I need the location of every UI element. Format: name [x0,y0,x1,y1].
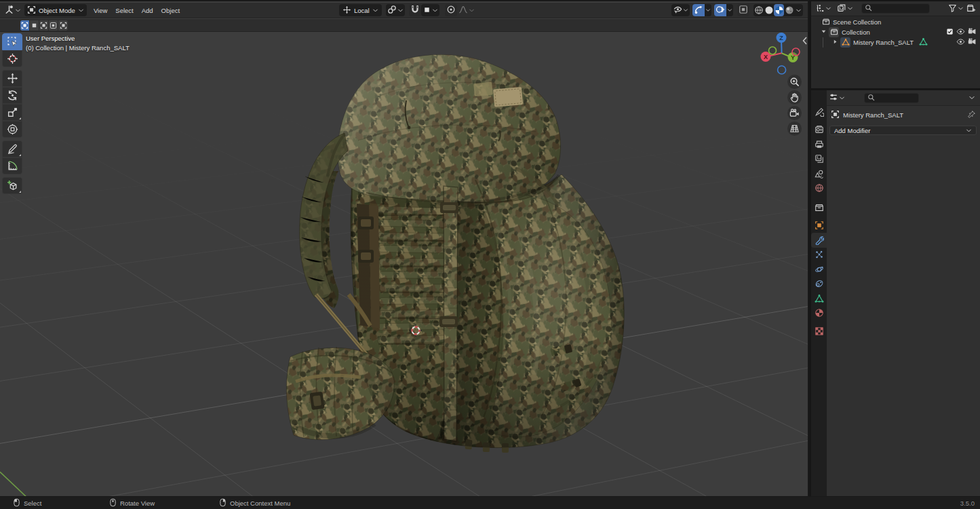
tab-material[interactable] [811,306,827,321]
shading-rendered-button[interactable] [784,4,794,16]
xray-toggle[interactable] [737,4,749,16]
tab-physics[interactable] [811,262,827,277]
outliner-editor-type-dropdown[interactable] [814,3,833,15]
properties-search-input[interactable] [877,94,916,102]
tool-select-box[interactable] [2,33,22,50]
outliner-row-scene-collection[interactable]: Scene Collection [811,17,980,27]
tab-scene[interactable] [811,166,827,181]
tool-scale[interactable] [2,104,22,121]
outliner-row-collection[interactable]: Collection [811,27,980,37]
tool-measure[interactable] [2,157,22,174]
outliner-row-object[interactable]: Mistery Ranch_SALT [811,37,980,48]
xray-icon [739,5,748,16]
outliner-filter-dropdown[interactable] [947,3,965,15]
tab-render[interactable] [811,123,827,138]
select-mode-set[interactable] [20,20,30,31]
shading-material-preview-button[interactable] [774,4,784,16]
proportional-falloff-dropdown[interactable] [457,4,476,16]
blender-version: 3.5.0 [960,499,975,507]
menu-add[interactable]: Add [138,4,157,16]
object-type-visibility-dropdown[interactable] [671,4,690,16]
tab-object[interactable] [811,219,827,233]
tab-data[interactable] [811,291,827,306]
snap-increment-icon [423,5,431,16]
tab-world[interactable] [811,181,827,196]
overlays-settings-dropdown[interactable] [726,4,733,16]
tool-cursor[interactable] [2,50,22,67]
outliner-search-input[interactable] [874,5,926,12]
mode-dropdown[interactable]: Object Mode [24,4,87,16]
viewport-header: Object Mode View Select Add Object Local [0,3,808,18]
object-hide-eye-icon[interactable] [956,37,965,48]
tool-annotate[interactable] [2,140,22,157]
tool-transform[interactable] [2,121,22,138]
snap-settings-dropdown[interactable] [421,4,439,16]
zoom-view-button[interactable] [787,75,802,89]
shading-solid-button[interactable] [764,4,774,16]
proportional-editing-icon [446,5,456,16]
properties-search[interactable] [864,93,919,103]
mesh-data-icon [919,37,928,48]
camera-view-button[interactable] [787,106,802,120]
pan-view-button[interactable] [787,90,802,105]
tab-tool[interactable] [811,105,827,119]
menu-object[interactable]: Object [157,4,184,16]
menu-view[interactable]: View [90,4,111,16]
shading-settings-dropdown[interactable] [794,4,803,16]
outliner-tree: Scene Collection Collection [811,16,980,48]
collection-hide-eye-icon[interactable] [956,27,965,37]
tool-add-cube[interactable] [2,177,22,194]
collection-label: Collection [842,29,870,36]
show-gizmo-toggle[interactable] [692,4,705,16]
collection-render-camera-icon[interactable] [968,27,977,37]
object-expand-arrow[interactable] [832,39,838,46]
tab-texture[interactable] [811,324,827,339]
collection-checkbox[interactable] [946,28,954,37]
transform-orientation-dropdown[interactable]: Local [339,4,382,16]
shading-mode-group [753,4,803,16]
navigation-axis-gizmo[interactable]: Z X Y [756,28,807,79]
select-mode-extend[interactable] [30,20,39,31]
tool-rotate[interactable] [2,87,22,104]
toggle-perspective-button[interactable] [787,121,802,136]
view-perspective-label: User Perspective [26,34,130,43]
editor-type-dropdown[interactable] [3,4,22,16]
hint-select: Select [12,498,41,508]
outliner-search[interactable] [861,3,930,14]
axis-z-label: Z [779,35,783,41]
tab-collection[interactable] [811,200,827,215]
select-mode-intersect[interactable] [58,20,68,31]
shading-wireframe-button[interactable] [753,4,764,16]
axis-neg-z-ball[interactable] [778,66,786,74]
pin-icon[interactable] [967,110,976,120]
tab-modifier[interactable] [811,233,827,248]
select-mode-buttons [20,20,68,31]
tab-constraint[interactable] [811,277,827,292]
collection-expand-arrow[interactable] [821,29,827,36]
outliner-display-mode-dropdown[interactable] [836,3,855,15]
axis-neg-y-ball[interactable] [769,47,777,54]
search-icon [865,4,872,13]
select-mode-invert[interactable] [49,20,58,31]
viewport-canvas[interactable] [0,1,808,496]
object-render-camera-icon[interactable] [968,37,977,48]
tool-settings-bar [0,19,808,32]
axis-x-label: X [764,54,768,60]
properties-options-dropdown[interactable] [967,92,977,104]
menu-select[interactable]: Select [111,4,137,16]
proportional-editing-toggle[interactable] [445,4,457,16]
tab-output[interactable] [811,137,827,152]
tool-move[interactable] [2,70,22,87]
add-modifier-dropdown[interactable]: Add Modifier [829,126,977,135]
snap-toggle[interactable] [409,4,421,16]
pivot-point-dropdown[interactable] [386,4,405,16]
3d-viewport[interactable]: Object Mode View Select Add Object Local [0,0,808,496]
tab-view-layer[interactable] [811,152,827,167]
tab-particles[interactable] [811,248,827,263]
gizmo-settings-dropdown[interactable] [705,4,711,16]
object-mode-icon [27,5,36,16]
new-collection-button[interactable] [965,3,977,15]
show-overlays-toggle[interactable] [714,4,726,16]
properties-editor-type-dropdown[interactable] [827,92,846,104]
select-mode-subtract[interactable] [39,20,49,31]
